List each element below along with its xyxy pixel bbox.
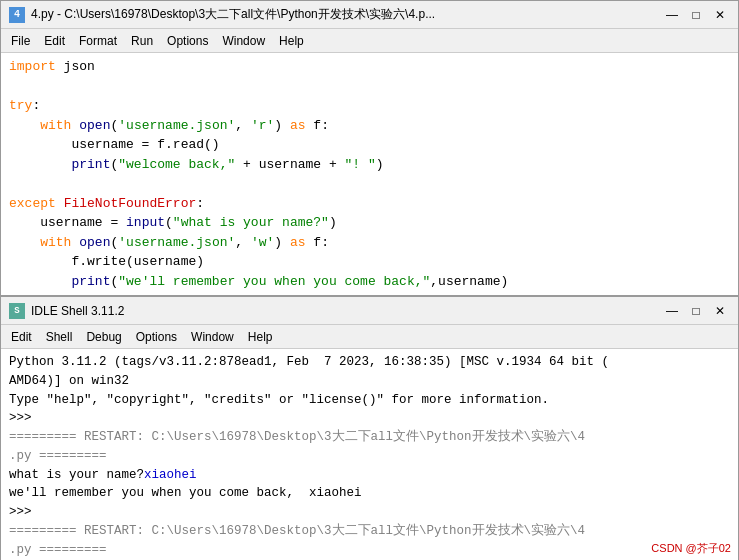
shell-title-text: IDLE Shell 3.11.2 [31, 304, 124, 318]
shell-line-7: what is your name?xiaohei [9, 466, 730, 485]
shell-menu-help[interactable]: Help [242, 328, 279, 346]
editor-minimize-button[interactable]: — [662, 6, 682, 24]
shell-minimize-button[interactable]: — [662, 302, 682, 320]
shell-line-1: Python 3.11.2 (tags/v3.11.2:878ead1, Feb… [9, 353, 730, 372]
shell-window: S IDLE Shell 3.11.2 — □ ✕ Edit Shell Deb… [0, 296, 739, 560]
editor-maximize-button[interactable]: □ [686, 6, 706, 24]
shell-line-4: >>> [9, 409, 730, 428]
editor-window-controls: — □ ✕ [662, 6, 730, 24]
editor-window: 4 4.py - C:\Users\16978\Desktop\3大二下all文… [0, 0, 739, 296]
shell-menu-window[interactable]: Window [185, 328, 240, 346]
shell-line-8: we'll remember you when you come back, x… [9, 484, 730, 503]
menu-file[interactable]: File [5, 32, 36, 50]
code-line-8: except FileNotFoundError: [9, 194, 730, 214]
editor-title-left: 4 4.py - C:\Users\16978\Desktop\3大二下all文… [9, 6, 435, 23]
watermark: CSDN @芥子02 [651, 541, 731, 556]
editor-close-button[interactable]: ✕ [710, 6, 730, 24]
menu-run[interactable]: Run [125, 32, 159, 50]
shell-window-controls: — □ ✕ [662, 302, 730, 320]
code-line-7 [9, 174, 730, 194]
editor-title-text: 4.py - C:\Users\16978\Desktop\3大二下all文件\… [31, 6, 435, 23]
code-editor[interactable]: import json try: with open('username.jso… [1, 53, 738, 295]
code-line-9: username = input("what is your name?") [9, 213, 730, 233]
shell-menu-bar: Edit Shell Debug Options Window Help [1, 325, 738, 349]
menu-options[interactable]: Options [161, 32, 214, 50]
editor-title-bar: 4 4.py - C:\Users\16978\Desktop\3大二下all文… [1, 1, 738, 29]
code-line-2 [9, 77, 730, 97]
code-line-12: print("we'll remember you when you come … [9, 272, 730, 292]
shell-icon: S [9, 303, 25, 319]
shell-close-button[interactable]: ✕ [710, 302, 730, 320]
shell-line-11: .py ========= [9, 541, 730, 560]
menu-help[interactable]: Help [273, 32, 310, 50]
code-line-3: try: [9, 96, 730, 116]
code-line-1: import json [9, 57, 730, 77]
shell-menu-shell[interactable]: Shell [40, 328, 79, 346]
shell-menu-options[interactable]: Options [130, 328, 183, 346]
shell-line-3: Type "help", "copyright", "credits" or "… [9, 391, 730, 410]
editor-menu-bar: File Edit Format Run Options Window Help [1, 29, 738, 53]
shell-maximize-button[interactable]: □ [686, 302, 706, 320]
code-line-11: f.write(username) [9, 252, 730, 272]
shell-menu-edit[interactable]: Edit [5, 328, 38, 346]
shell-title-bar: S IDLE Shell 3.11.2 — □ ✕ [1, 297, 738, 325]
menu-edit[interactable]: Edit [38, 32, 71, 50]
shell-line-9: >>> [9, 503, 730, 522]
shell-output[interactable]: Python 3.11.2 (tags/v3.11.2:878ead1, Feb… [1, 349, 738, 560]
menu-format[interactable]: Format [73, 32, 123, 50]
shell-menu-debug[interactable]: Debug [80, 328, 127, 346]
shell-line-2: AMD64)] on win32 [9, 372, 730, 391]
code-line-5: username = f.read() [9, 135, 730, 155]
code-line-10: with open('username.json', 'w') as f: [9, 233, 730, 253]
shell-title-left: S IDLE Shell 3.11.2 [9, 303, 124, 319]
menu-window[interactable]: Window [216, 32, 271, 50]
shell-line-5: ========= RESTART: C:\Users\16978\Deskto… [9, 428, 730, 447]
shell-line-10: ========= RESTART: C:\Users\16978\Deskto… [9, 522, 730, 541]
editor-icon: 4 [9, 7, 25, 23]
shell-line-6: .py ========= [9, 447, 730, 466]
code-line-4: with open('username.json', 'r') as f: [9, 116, 730, 136]
code-line-6: print("welcome back," + username + "! ") [9, 155, 730, 175]
